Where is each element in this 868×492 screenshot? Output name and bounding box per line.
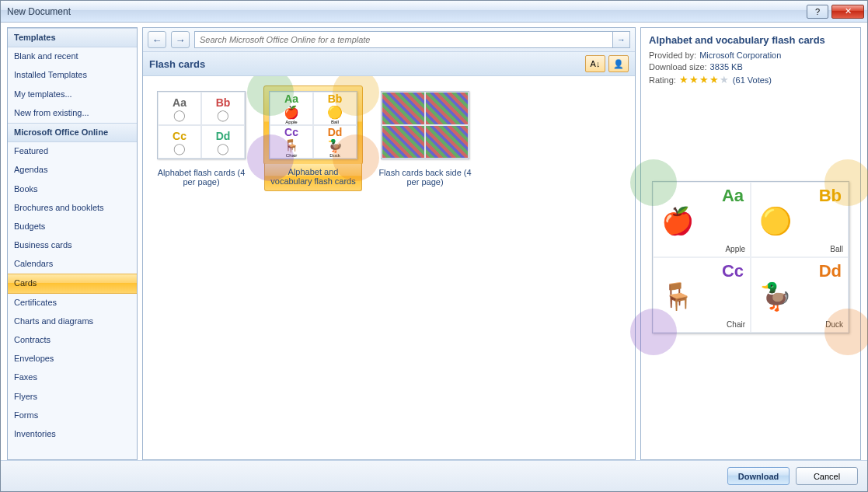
sidebar-item-faxes[interactable]: Faxes xyxy=(8,368,137,387)
rating-label: Rating: xyxy=(649,75,676,85)
sidebar-item-brochures-and-booklets[interactable]: Brochures and booklets xyxy=(8,199,137,218)
sidebar-item-certificates[interactable]: Certificates xyxy=(8,294,137,312)
template-details-pane: Alphabet and vocabulary flash cards Prov… xyxy=(640,27,861,460)
titlebar: New Document ? ✕ xyxy=(1,1,867,23)
search-input[interactable] xyxy=(195,32,612,47)
template-preview: Aa🍎AppleBb🟡BallCc🪑ChairDd🦆Duck xyxy=(652,181,849,333)
new-document-dialog: New Document ? ✕ TemplatesBlank and rece… xyxy=(0,0,868,492)
template-thumbnail: Aa🍎AppleBb🟡BallCc🪑ChairDd🦆Duck xyxy=(269,91,357,159)
download-size-value: 3835 KB xyxy=(710,62,743,72)
nav-forward-button[interactable]: → xyxy=(171,31,190,48)
sidebar-item-contracts[interactable]: Contracts xyxy=(8,331,137,350)
category-title: Flash cards xyxy=(149,58,585,70)
template-item[interactable]: Aa🍎AppleBb🟡BallCc🪑ChairDd🦆DuckAlphabet a… xyxy=(263,85,364,191)
sidebar-item-inventories[interactable]: Inventories xyxy=(8,425,137,444)
provided-by-label: Provided by: xyxy=(649,51,696,60)
rating-stars: ★★★★★ xyxy=(679,74,730,85)
sidebar-header-online: Microsoft Office Online xyxy=(8,123,137,142)
sidebar-item-books[interactable]: Books xyxy=(8,180,137,199)
sidebar-item-calendars[interactable]: Calendars xyxy=(8,255,137,274)
user-filter-button[interactable]: 👤 xyxy=(608,55,629,72)
preview-card: Bb🟡Ball xyxy=(751,182,849,257)
sidebar-item-business-cards[interactable]: Business cards xyxy=(8,236,137,255)
category-header: Flash cards A↓ 👤 xyxy=(143,52,635,76)
sidebar-header-templates: Templates xyxy=(8,28,137,47)
search-go-button[interactable]: → xyxy=(612,32,629,47)
nav-back-button[interactable]: ← xyxy=(148,31,166,48)
template-gallery: Aa◯Bb◯Cc◯Dd◯Alphabet flash cards (4 per … xyxy=(143,76,635,459)
sidebar-item-budgets[interactable]: Budgets xyxy=(8,218,137,236)
sidebar-item-blank-and-recent[interactable]: Blank and recent xyxy=(8,47,137,66)
sidebar-item-new-from-existing[interactable]: New from existing... xyxy=(8,104,137,123)
sidebar-item-charts-and-diagrams[interactable]: Charts and diagrams xyxy=(8,312,137,331)
download-size-label: Download size: xyxy=(649,62,707,72)
template-category-sidebar: TemplatesBlank and recentInstalled Templ… xyxy=(7,27,138,460)
template-caption: Flash cards back side (4 per page) xyxy=(376,165,474,191)
template-item[interactable]: Aa◯Bb◯Cc◯Dd◯Alphabet flash cards (4 per … xyxy=(151,85,252,191)
sidebar-item-featured[interactable]: Featured xyxy=(8,142,137,161)
sidebar-item-agendas[interactable]: Agendas xyxy=(8,161,137,180)
sidebar-item-cards[interactable]: Cards xyxy=(8,274,137,293)
preview-card: Aa🍎Apple xyxy=(653,182,751,257)
template-thumbnail xyxy=(381,91,469,159)
download-button[interactable]: Download xyxy=(727,467,790,485)
provided-by-value: Microsoft Corporation xyxy=(699,51,781,60)
close-button[interactable]: ✕ xyxy=(831,5,864,19)
template-item[interactable]: Flash cards back side (4 per page) xyxy=(375,85,476,191)
template-gallery-pane: ← → → Flash cards A↓ 👤 Aa◯Bb◯Cc◯Dd◯Alpha… xyxy=(142,27,636,460)
preview-card: Dd🦆Duck xyxy=(751,257,849,333)
cancel-button[interactable]: Cancel xyxy=(796,467,858,485)
sidebar-item-my-templates[interactable]: My templates... xyxy=(8,85,137,104)
help-button[interactable]: ? xyxy=(807,5,828,19)
details-title: Alphabet and vocabulary flash cards xyxy=(649,34,852,46)
rating-votes: (61 Votes) xyxy=(733,75,772,85)
gallery-toolbar: ← → → xyxy=(143,28,635,52)
dialog-footer: Download Cancel xyxy=(1,460,867,491)
template-thumbnail: Aa◯Bb◯Cc◯Dd◯ xyxy=(157,91,246,159)
sort-button[interactable]: A↓ xyxy=(585,55,605,72)
search-wrap: → xyxy=(194,31,630,48)
sidebar-item-installed-templates[interactable]: Installed Templates xyxy=(8,66,137,85)
window-title: New Document xyxy=(7,6,807,17)
template-caption: Alphabet flash cards (4 per page) xyxy=(152,165,250,191)
sidebar-item-envelopes[interactable]: Envelopes xyxy=(8,350,137,368)
sidebar-item-flyers[interactable]: Flyers xyxy=(8,388,137,407)
sidebar-item-forms[interactable]: Forms xyxy=(8,407,137,425)
preview-card: Cc🪑Chair xyxy=(653,257,751,333)
